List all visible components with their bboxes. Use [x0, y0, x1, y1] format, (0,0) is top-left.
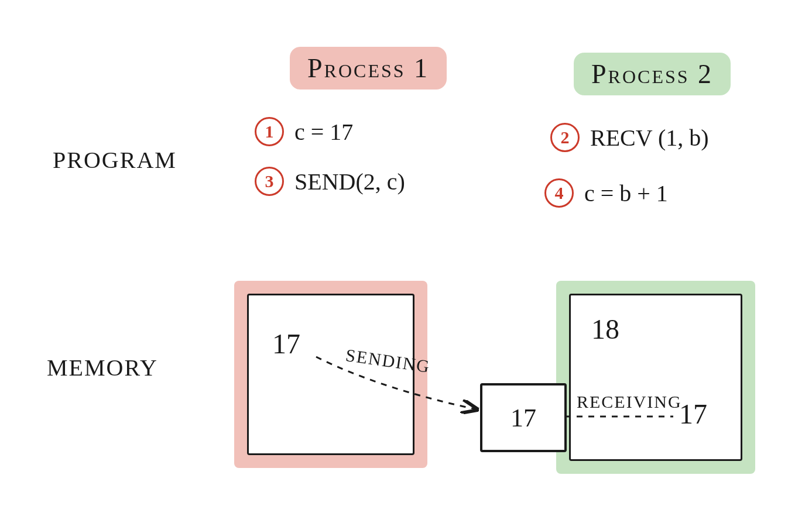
memory-box-p2 [556, 281, 755, 474]
p1-step-3: 3 SEND(2, c) [255, 167, 405, 196]
message-value: 17 [511, 403, 536, 433]
receiving-label: RECEIVING [577, 392, 682, 412]
p2-step-4-code: c = b + 1 [584, 180, 668, 207]
message-box: 17 [480, 383, 567, 452]
p1-step-1-code: c = 17 [294, 118, 353, 146]
memory-section-label: MEMORY [47, 354, 158, 381]
process-1-header: Process 1 [290, 47, 447, 90]
p2-step-4: 4 c = b + 1 [544, 178, 668, 208]
step-number-1: 1 [255, 117, 284, 146]
step-number-3: 3 [255, 167, 284, 196]
p2-step-2-code: RECV (1, b) [590, 124, 709, 152]
memory-box-p1 [234, 281, 427, 468]
p2-received-value: 17 [679, 398, 707, 430]
step-number-4: 4 [544, 178, 574, 208]
p1-step-1: 1 c = 17 [255, 117, 353, 146]
step-number-2: 2 [550, 123, 580, 152]
p1-memory-value: 17 [272, 328, 300, 360]
process-2-header: Process 2 [574, 53, 731, 95]
p2-step-2: 2 RECV (1, b) [550, 123, 709, 152]
program-section-label: PROGRAM [53, 146, 177, 174]
p1-step-3-code: SEND(2, c) [294, 168, 405, 195]
diagram-stage: PROGRAM MEMORY Process 1 Process 2 1 c =… [0, 0, 812, 506]
p2-result-value: 18 [591, 313, 619, 345]
